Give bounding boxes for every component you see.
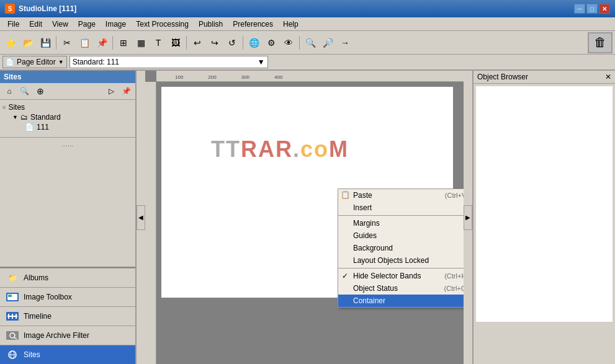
sidebar-dots: ...... [0, 137, 135, 150]
sites-panel-icon [5, 349, 20, 360]
sites-tb-home[interactable]: ⌂ [2, 84, 16, 98]
tb-sep1 [56, 36, 56, 50]
canvas-brand-text: TTRAR.coM [211, 136, 349, 162]
page-editor-icon: 📄 [6, 58, 14, 66]
sites-toolbar: ⌂ 🔍 ⊕ ▷ 📌 [0, 83, 135, 100]
ctx-insert[interactable]: Insert ▶ [338, 202, 464, 214]
sites-header: Sites [0, 71, 135, 83]
sites-tb-zoom[interactable]: ⊕ [34, 84, 47, 98]
ctx-guides[interactable]: Guides ▶ [338, 229, 464, 242]
tb-cut[interactable]: ✂ [59, 35, 75, 51]
dropdown-arrow-icon: ▼ [258, 58, 265, 66]
tb-undo2[interactable]: ↺ [224, 35, 240, 51]
tb-undo[interactable]: ↩ [189, 35, 205, 51]
radio-icon: ○ [2, 104, 6, 110]
sites-tb-search[interactable]: 🔍 [17, 84, 31, 98]
tb-img[interactable]: 🖼 [168, 35, 184, 51]
right-nav-arrow[interactable]: ▶ [464, 205, 472, 230]
object-browser-close[interactable]: ✕ [605, 73, 611, 81]
panel-sites-label: Sites [24, 350, 40, 359]
panel-sites[interactable]: Sites [0, 345, 135, 364]
tree-item-page[interactable]: 📄 111 [2, 122, 133, 132]
menu-preferences[interactable]: Preferences [228, 19, 278, 30]
nav-arrows: ◀ [137, 71, 145, 364]
ctx-paste[interactable]: 📋 Paste (Ctrl+V) [338, 189, 464, 202]
tree-item-sites[interactable]: ○ Sites [2, 102, 133, 112]
window-controls: ─ □ ✕ [574, 4, 610, 14]
menu-edit[interactable]: Edit [24, 19, 47, 30]
tb-new[interactable]: ⭐ [2, 35, 19, 51]
ctx-margins[interactable]: Margins [338, 217, 464, 229]
tb-publish[interactable]: 🌐 [246, 35, 262, 51]
menu-help[interactable]: Help [278, 19, 303, 30]
ctx-paste-shortcut: (Ctrl+V) [445, 192, 464, 199]
context-menu: 📋 Paste (Ctrl+V) Insert ▶ Margins Guides… [338, 189, 464, 308]
image-toolbox-icon [5, 291, 20, 303]
panel-image-archive[interactable]: Image Archive Filter [0, 326, 135, 345]
left-nav-arrow[interactable]: ◀ [137, 205, 145, 230]
sites-tb-pin[interactable]: 📌 [119, 84, 133, 98]
menubar: File Edit View Page Image Text Processin… [0, 17, 615, 31]
tb-paste[interactable]: 📌 [94, 35, 110, 51]
tb-trash[interactable]: 🗑 [588, 32, 613, 53]
timeline-icon [5, 311, 20, 322]
tree-item-standard[interactable]: ▼ 🗂 Standard [2, 112, 133, 122]
tb-open[interactable]: 📂 [20, 35, 36, 51]
tb-copy[interactable]: 📋 [76, 35, 92, 51]
tb-settings[interactable]: ⚙ [263, 35, 279, 51]
window-title: StudioLine [111] [19, 4, 574, 13]
sites-tree: ○ Sites ▼ 🗂 Standard 📄 111 [0, 100, 135, 135]
menu-publish[interactable]: Publish [194, 19, 228, 30]
ruler-vertical [145, 82, 156, 364]
tree-standard-label: Standard [30, 113, 61, 122]
ctx-sep2 [338, 268, 464, 269]
tb-grid[interactable]: ⊞ [115, 35, 132, 51]
tb-save[interactable]: 💾 [37, 35, 53, 51]
ctx-object-status[interactable]: Object Status (Ctrl+G) ▶ [338, 282, 464, 295]
ctx-layout-label: Layout Objects Locked [353, 256, 429, 265]
tb-layout[interactable]: ▦ [133, 35, 149, 51]
page-editor-selector: 📄 Page Editor ▼ [2, 56, 67, 68]
menu-page[interactable]: Page [73, 19, 101, 30]
sidebar-panels: 📁 Albums Image Toolbox [0, 267, 135, 364]
standard-dropdown[interactable]: Standard: 111 ▼ [70, 56, 268, 68]
folder-icon: 🗂 [20, 113, 28, 122]
ctx-guides-label: Guides [353, 231, 377, 240]
tb-extra[interactable]: → [337, 35, 353, 51]
ctx-hide-selector[interactable]: ✓ Hide Selector Bands (Ctrl+H) [338, 270, 464, 282]
menu-view[interactable]: View [47, 19, 73, 30]
page-editor-dropdown[interactable]: 📄 Page Editor ▼ [2, 56, 67, 68]
sidebar: Sites ⌂ 🔍 ⊕ ▷ 📌 ○ Sites ▼ 🗂 Standard [0, 71, 137, 364]
menu-image[interactable]: Image [101, 19, 131, 30]
minimize-button[interactable]: ─ [574, 4, 585, 14]
tb-zoom2[interactable]: 🔎 [320, 35, 336, 51]
tb-zoom[interactable]: 🔍 [302, 35, 318, 51]
chevron-down-icon: ▼ [58, 59, 64, 65]
tb-text[interactable]: T [150, 35, 166, 51]
ctx-layout-locked[interactable]: Layout Objects Locked [338, 254, 464, 267]
maximize-button[interactable]: □ [586, 4, 598, 14]
svg-rect-8 [6, 331, 19, 340]
tb-preview[interactable]: 👁 [281, 35, 297, 51]
page-editor-label: Page Editor [17, 58, 56, 66]
titlebar: S StudioLine [111] ─ □ ✕ [0, 0, 615, 17]
check-icon: ✓ [342, 272, 348, 280]
object-browser-header: Object Browser ✕ [474, 71, 615, 84]
close-button[interactable]: ✕ [599, 4, 610, 14]
panel-albums-label: Albums [24, 273, 48, 282]
panel-image-toolbox[interactable]: Image Toolbox [0, 287, 135, 306]
panel-image-archive-label: Image Archive Filter [24, 331, 89, 340]
object-browser-title: Object Browser [477, 73, 528, 81]
menu-file[interactable]: File [2, 19, 24, 30]
sidebar-top: Sites ⌂ 🔍 ⊕ ▷ 📌 ○ Sites ▼ 🗂 Standard [0, 71, 135, 267]
ctx-background[interactable]: Background [338, 242, 464, 254]
standard-label: Standard: 111 [73, 58, 119, 66]
panel-timeline[interactable]: Timeline [0, 306, 135, 326]
sites-tb-expand[interactable]: ▷ [104, 84, 118, 98]
menu-text-processing[interactable]: Text Processing [131, 19, 194, 30]
panel-albums[interactable]: 📁 Albums [0, 268, 135, 287]
ruler-horizontal: 100200300400 [156, 71, 464, 82]
tb-redo[interactable]: ↪ [207, 35, 223, 51]
ctx-container[interactable]: Container ▶ [338, 295, 464, 307]
canvas-area: 100200300400 TTRAR.coM 📋 Paste (Ctrl+V) … [145, 71, 464, 364]
